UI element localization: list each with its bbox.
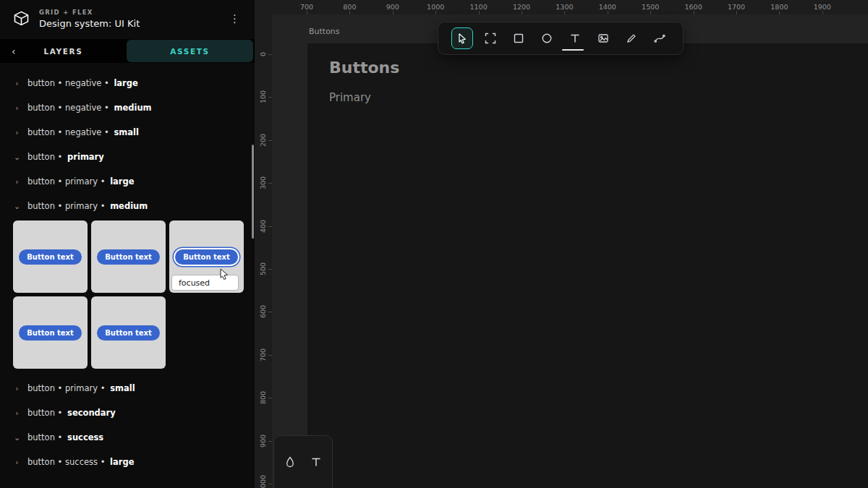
toolbar [438, 22, 684, 55]
image-tool-button[interactable] [592, 27, 614, 49]
ruler-number: 600 [259, 305, 267, 318]
image-icon [597, 33, 609, 44]
frame-label[interactable]: Buttons [309, 27, 340, 36]
chevron-right-icon: › [14, 79, 20, 88]
asset-item[interactable]: ⌄button • primary • medium [0, 194, 255, 218]
text-tool-button[interactable] [564, 27, 586, 49]
chevron-down-icon: ⌄ [14, 153, 20, 162]
asset-thumbnail[interactable]: Button text [91, 221, 166, 293]
tab-assets[interactable]: ASSETS [127, 40, 253, 62]
ruler-tick [694, 11, 694, 14]
asset-thumbnail[interactable]: focusedButton text [169, 221, 244, 293]
canvas-area[interactable]: 7008009001000110012001300140015001600170… [255, 0, 868, 488]
ruler-tick [268, 226, 272, 227]
eyedropper-tool-button[interactable] [283, 455, 297, 469]
ruler-number: 1000 [259, 475, 267, 488]
select-tool-button[interactable] [451, 27, 473, 49]
ruler-tick [268, 355, 272, 356]
ruler-left: 01002003004005006007008009001000 [255, 14, 272, 488]
asset-item[interactable]: ›button • secondary [0, 401, 255, 425]
ruler-number: 100 [259, 90, 267, 103]
kebab-menu-button[interactable]: ⋮ [222, 11, 247, 27]
asset-item[interactable]: ›button • negative • medium [0, 95, 255, 120]
mouse-cursor-icon [219, 268, 229, 283]
ruler-tick [268, 398, 272, 398]
asset-item[interactable]: ⌄button • success [0, 425, 255, 450]
ruler-tick [564, 11, 565, 14]
ruler-number: 900 [259, 435, 267, 448]
cursor-icon [456, 33, 468, 44]
ruler-corner [255, 0, 272, 14]
app-logo-icon [12, 9, 31, 29]
ruler-tick [268, 54, 272, 55]
artboard-title: Buttons [329, 56, 868, 80]
asset-item-label: button • primary [27, 152, 104, 162]
chevron-right-icon: › [14, 177, 20, 187]
rectangle-tool-button[interactable] [508, 27, 529, 49]
sidebar-header: GRID + FLEX Design system: UI Kit ⋮ [0, 0, 255, 36]
ruler-number: 500 [259, 262, 267, 275]
rectangle-icon [513, 33, 524, 44]
asset-item-label: button • secondary [27, 408, 116, 418]
matrix-container: Primary [329, 87, 868, 108]
back-chevron-icon[interactable]: ‹ [12, 39, 16, 63]
asset-tree: ›button • negative • large›button • nega… [0, 63, 255, 474]
ruler-tick [822, 11, 823, 14]
asset-thumbnail[interactable]: Button text [13, 221, 88, 293]
asset-thumbnail[interactable]: Button text [91, 296, 166, 369]
brand-label: GRID + FLEX [39, 9, 214, 16]
ruler-tick [268, 312, 272, 312]
path-icon [654, 33, 665, 44]
ruler-top: 7008009001000110012001300140015001600170… [272, 0, 868, 14]
chevron-right-icon: › [14, 103, 20, 113]
panel-tabs: ‹ LAYERS ASSETS [0, 39, 255, 63]
ruler-number: 300 [259, 176, 267, 189]
chevron-right-icon: › [14, 458, 20, 467]
pencil-tool-button[interactable] [621, 27, 642, 49]
thumbnail-button: Button text [97, 325, 160, 341]
ruler-tick [779, 11, 780, 14]
asset-item[interactable]: ›button • primary • small [0, 376, 255, 401]
asset-item[interactable]: ›button • negative • large [0, 71, 255, 95]
ellipse-icon [541, 33, 553, 44]
ruler-tick [349, 11, 350, 14]
ruler-number: 800 [259, 391, 267, 404]
ruler-number: 400 [259, 220, 267, 233]
ruler-tick [268, 484, 272, 484]
chevron-down-icon: ⌄ [14, 202, 20, 211]
section-title: Primary [329, 87, 868, 108]
ruler-tick [479, 11, 480, 14]
pencil-icon [626, 33, 637, 44]
ruler-tick [522, 11, 522, 14]
mini-tool-panel [273, 435, 333, 488]
asset-item-label: button • success • large [27, 457, 135, 467]
tab-layers[interactable]: LAYERS [0, 39, 127, 63]
asset-item-label: button • negative • small [27, 127, 139, 137]
path-tool-button[interactable] [649, 27, 671, 49]
ruler-number: 200 [259, 134, 267, 147]
ruler-tick [268, 97, 272, 98]
sidebar-scrollbar[interactable] [252, 145, 254, 239]
ruler-tick [268, 269, 272, 270]
asset-thumbnail[interactable]: Button text [13, 296, 88, 369]
thumbnail-button: Button text [19, 325, 82, 341]
asset-item[interactable]: ›button • success • large [0, 450, 255, 474]
asset-item[interactable]: ⌄button • primary [0, 145, 255, 169]
sidebar: GRID + FLEX Design system: UI Kit ⋮ ‹ LA… [0, 0, 255, 488]
ellipse-tool-button[interactable] [536, 27, 558, 49]
asset-thumbnails: Button textButton textfocusedButton text… [0, 218, 255, 376]
ruler-number: 0 [259, 52, 267, 56]
tool-active-indicator [562, 49, 584, 51]
app-window: GRID + FLEX Design system: UI Kit ⋮ ‹ LA… [0, 0, 868, 488]
asset-item[interactable]: ›button • negative • small [0, 120, 255, 145]
chevron-right-icon: › [14, 128, 20, 137]
ruler-tick [650, 11, 651, 14]
artboard[interactable]: Buttons Primary [307, 43, 868, 488]
ruler-tick [435, 11, 436, 14]
frame-tool-button[interactable] [480, 27, 501, 49]
asset-item[interactable]: ›button • primary • large [0, 169, 255, 194]
ruler-tick [608, 11, 608, 14]
chevron-down-icon: ⌄ [14, 433, 20, 442]
ruler-tick [307, 11, 307, 14]
text-style-tool-button[interactable] [309, 455, 323, 469]
